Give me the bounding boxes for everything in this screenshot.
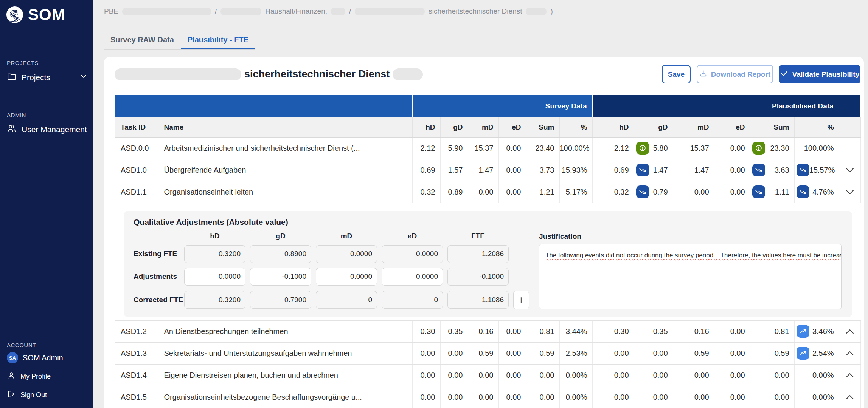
account-name: SOM Admin — [23, 354, 63, 362]
plausibilised-value-cell: 100.00% — [794, 137, 839, 159]
redacted-text — [220, 8, 261, 15]
survey-value-cell: 0.00 — [440, 386, 468, 408]
plausibilised-value-cell: 0.00 — [634, 364, 673, 386]
corrected-fte-md-input — [316, 291, 377, 309]
plausibilised-value-cell: 0.00 — [634, 342, 673, 364]
survey-value-cell: 0.81 — [526, 320, 559, 342]
existing-fte-hd-input — [184, 245, 245, 263]
plausibilised-value-cell: 0.00 — [750, 364, 794, 386]
plausibilised-value-cell: 2.12 — [592, 137, 634, 159]
adjustments-hd-input[interactable] — [184, 268, 245, 286]
breadcrumb-separator: / — [215, 7, 217, 15]
expand-row-button[interactable] — [839, 342, 860, 364]
task-id-cell: ASD1.5 — [115, 386, 158, 408]
download-report-button[interactable]: Download Report — [697, 65, 773, 83]
adjustments-ed-input[interactable] — [382, 268, 443, 286]
sidebar-item-user-management[interactable]: User Management — [0, 118, 93, 141]
expand-row-button[interactable] — [839, 386, 860, 408]
expand-row-button[interactable] — [839, 181, 860, 203]
plausibilised-value-cell: 0.00 — [714, 137, 750, 159]
page-title: sicherheitstechnischer Dienst — [244, 68, 390, 80]
task-id-cell: ASD1.0 — [115, 159, 158, 181]
redacted-text — [331, 8, 345, 15]
account-user[interactable]: SA SOM Admin — [0, 348, 93, 367]
adjustments-md-input[interactable] — [316, 268, 377, 286]
survey-value-cell: 0.00 — [498, 342, 526, 364]
chevron-down-icon — [846, 190, 854, 195]
tab-plausibility-fte[interactable]: Plausibility - FTE — [181, 34, 255, 49]
plausibilised-value: 0.59 — [694, 349, 709, 358]
sidebar-item-label: User Management — [22, 125, 87, 134]
trend-down-icon — [797, 185, 809, 198]
survey-value-cell: 0.00 — [412, 386, 440, 408]
sidebar-item-projects[interactable]: Projects — [0, 66, 93, 88]
plausibilised-value-cell: 0.00 — [714, 364, 750, 386]
plausibilised-value-cell: 3.63 — [750, 159, 794, 181]
survey-value-cell: 2.12 — [412, 137, 440, 159]
survey-value-cell: 5.90 — [440, 137, 468, 159]
adjustments-gd-input[interactable] — [250, 268, 311, 286]
card-header: sicherheitstechnischer Dienst Save Downl… — [115, 65, 860, 83]
trend-up-icon — [797, 347, 809, 360]
expand-row-button[interactable] — [839, 364, 860, 386]
validate-plausibility-button[interactable]: Validate Plausibility — [779, 65, 860, 83]
plausibilised-value-cell: 0.00% — [794, 386, 839, 408]
expand-row-button[interactable] — [839, 159, 860, 181]
save-button[interactable]: Save — [662, 65, 691, 83]
task-id-cell: ASD.0.0 — [115, 137, 158, 159]
survey-value-cell: 0.00 — [468, 364, 498, 386]
tab-survey-raw-data[interactable]: Survey RAW Data — [104, 34, 181, 49]
toolbar: Save Download Report Validate Plausibili… — [662, 65, 860, 83]
sign-out-icon — [7, 389, 16, 400]
existing-fte-ed-input — [382, 245, 443, 263]
plausibilised-value: 0.00 — [730, 144, 745, 153]
expand-row-button[interactable] — [839, 320, 860, 342]
plausibilised-value-cell: 0.79 — [634, 181, 673, 203]
redacted-title — [115, 68, 241, 80]
chevron-down-icon — [80, 73, 87, 82]
task-name-cell: Arbeitsmedizinischer und sicherheitstech… — [158, 137, 412, 159]
plausibilised-value-cell: 15.37 — [673, 137, 714, 159]
plausibilised-value-cell: 0.00 — [714, 386, 750, 408]
table-row: ASD.0.0Arbeitsmedizinischer und sicherhe… — [115, 137, 860, 159]
chevron-up-icon — [846, 329, 854, 334]
plausibilised-value: 0.69 — [614, 166, 629, 175]
plausibilised-value: 15.37 — [690, 144, 709, 153]
plausibilised-value: 0.00 — [730, 166, 745, 175]
existing-fte-fte-input — [447, 245, 509, 263]
survey-value-cell: 0.00 — [412, 342, 440, 364]
plausibilised-value-cell: 0.00 — [714, 320, 750, 342]
plausibilised-value: 0.00 — [694, 188, 709, 196]
download-report-label: Download Report — [711, 70, 770, 79]
table-row: ASD1.1Organisationseinheit leiten0.320.8… — [115, 181, 860, 203]
plausibilised-value: 15.57% — [809, 166, 835, 175]
group-header-expand-column — [839, 95, 860, 117]
survey-value-cell: 1.47 — [468, 159, 498, 181]
plausibilised-value: 0.00 — [614, 393, 629, 402]
redacted-text — [355, 8, 425, 15]
survey-value-cell: 0.00 — [468, 181, 498, 203]
expand-column-header — [839, 117, 860, 137]
plausibilised-value: 0.00 — [614, 349, 629, 358]
justification-textarea[interactable]: The following events did not occur durin… — [539, 244, 842, 309]
account-section-label: ACCOUNT — [0, 342, 93, 348]
survey-value-cell: 0.32 — [412, 181, 440, 203]
sidebar-item-sign-out[interactable]: Sign Out — [0, 386, 93, 404]
sidebar-item-my-profile[interactable]: My Profile — [0, 367, 93, 386]
corrected-fte-ed-input — [382, 291, 443, 309]
plausibilised-value: 100.00% — [804, 144, 834, 153]
survey-value-cell: 0.35 — [440, 320, 468, 342]
name-column-header: Name — [158, 117, 412, 137]
plausibilised-value-cell: 0.00 — [673, 386, 714, 408]
plausibilised-value-cell: 0.30 — [592, 320, 634, 342]
add-adjustment-button[interactable]: + — [513, 291, 529, 309]
plausibilised-value-cell: 0.81 — [750, 320, 794, 342]
plausibilised-value-cell: 23.30 — [750, 137, 794, 159]
adjustments-column-header: FTE — [447, 232, 509, 240]
plausibilised-value: 0.00 — [730, 349, 745, 358]
survey-value-cell: 0.00% — [559, 386, 592, 408]
justification-text: The following events did not occur durin… — [545, 252, 842, 259]
users-icon — [7, 124, 17, 135]
task-id-cell: ASD1.3 — [115, 342, 158, 364]
plausibilised-value: 0.16 — [694, 327, 709, 336]
